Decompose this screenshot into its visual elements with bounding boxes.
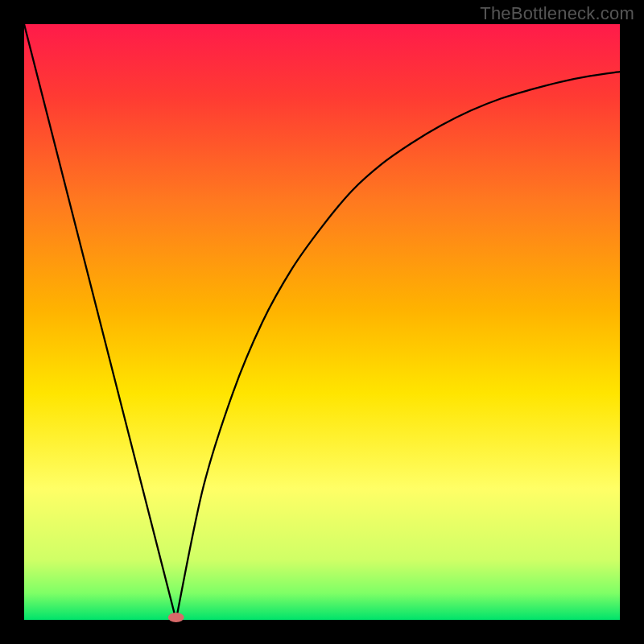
watermark-label: TheBottleneck.com (480, 3, 634, 24)
plot-background (24, 24, 620, 620)
optimum-marker (168, 613, 184, 622)
bottleneck-curve-chart (0, 0, 644, 644)
chart-frame: TheBottleneck.com (0, 0, 644, 644)
